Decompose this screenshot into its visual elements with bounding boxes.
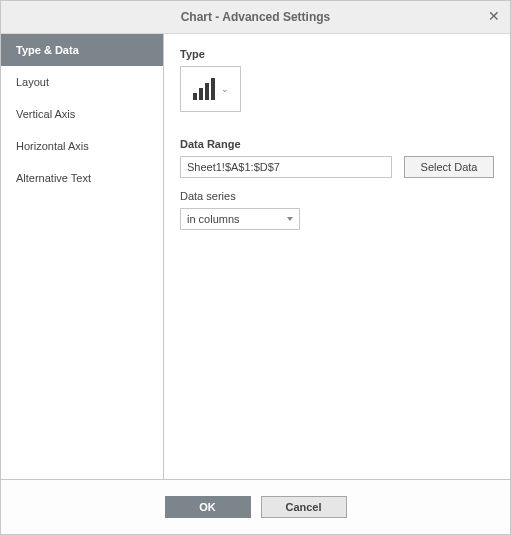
chevron-down-icon: ⌄ bbox=[221, 84, 229, 94]
data-series-value: in columns bbox=[187, 213, 240, 225]
sidebar-item-vertical-axis[interactable]: Vertical Axis bbox=[1, 98, 163, 130]
sidebar-item-horizontal-axis[interactable]: Horizontal Axis bbox=[1, 130, 163, 162]
sidebar-item-layout[interactable]: Layout bbox=[1, 66, 163, 98]
cancel-button[interactable]: Cancel bbox=[261, 496, 347, 518]
sidebar-item-type-and-data[interactable]: Type & Data bbox=[1, 34, 163, 66]
data-range-label: Data Range bbox=[180, 138, 494, 150]
close-icon[interactable]: ✕ bbox=[488, 8, 500, 24]
data-series-select[interactable]: in columns bbox=[180, 208, 300, 230]
content-panel: Type ⌄ Data Range Select Data Data serie… bbox=[164, 34, 510, 479]
sidebar: Type & Data Layout Vertical Axis Horizon… bbox=[1, 34, 164, 479]
titlebar: Chart - Advanced Settings ✕ bbox=[1, 1, 510, 34]
chart-type-picker[interactable]: ⌄ bbox=[180, 66, 241, 112]
sidebar-item-alternative-text[interactable]: Alternative Text bbox=[1, 162, 163, 194]
data-range-input[interactable] bbox=[180, 156, 392, 178]
type-label: Type bbox=[180, 48, 494, 60]
dialog: Chart - Advanced Settings ✕ Type & Data … bbox=[0, 0, 511, 535]
bar-chart-icon bbox=[193, 78, 215, 100]
dialog-title: Chart - Advanced Settings bbox=[181, 10, 331, 24]
data-range-row: Select Data bbox=[180, 156, 494, 178]
ok-button[interactable]: OK bbox=[165, 496, 251, 518]
data-series-label: Data series bbox=[180, 190, 494, 202]
dialog-body: Type & Data Layout Vertical Axis Horizon… bbox=[1, 34, 510, 479]
dialog-footer: OK Cancel bbox=[1, 479, 510, 534]
select-data-button[interactable]: Select Data bbox=[404, 156, 494, 178]
